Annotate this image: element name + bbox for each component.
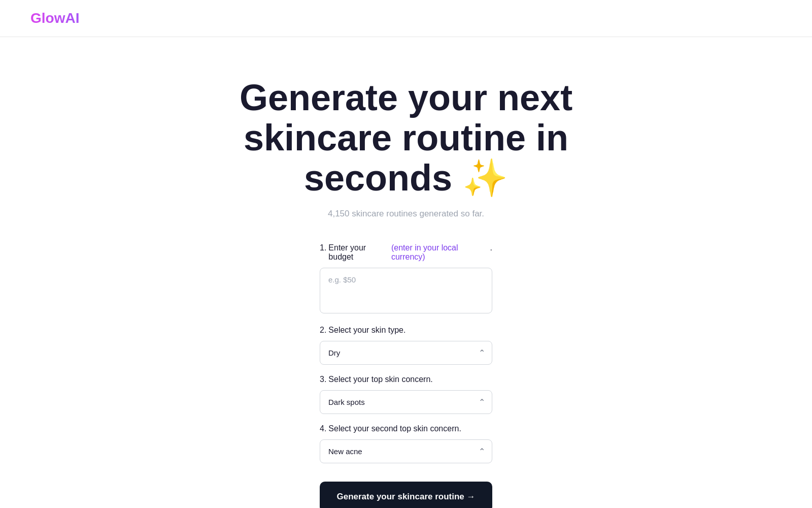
step-1-number: 1. — [320, 243, 326, 252]
step-2-number: 2. — [320, 326, 326, 335]
generate-button[interactable]: Generate your skincare routine → — [320, 482, 492, 508]
step-4-number: 4. — [320, 424, 326, 433]
step-1-text: Enter your budget — [328, 243, 389, 262]
step-3-top-concern: 3. Select your top skin concern. Dark sp… — [320, 375, 492, 414]
skin-type-select[interactable]: Dry — [320, 341, 492, 365]
step-4-second-concern: 4. Select your second top skin concern. … — [320, 424, 492, 463]
step-3-number: 3. — [320, 375, 326, 384]
top-concern-select-wrapper: Dark spots ⌃ — [320, 390, 492, 414]
skin-type-select-wrapper: Dry ⌃ — [320, 341, 492, 365]
step-4-text: Select your second top skin concern. — [328, 424, 461, 433]
hero-title: Generate your next skincare routine in s… — [228, 78, 584, 199]
step-2-skin-type: 2. Select your skin type. Dry ⌃ — [320, 326, 492, 365]
hero-subtitle: 4,150 skincare routines generated so far… — [328, 209, 484, 219]
logo: GlowAI — [30, 10, 79, 26]
second-concern-value: New acne — [328, 447, 362, 456]
top-concern-select[interactable]: Dark spots — [320, 390, 492, 414]
form-container: 1. Enter your budget (enter in your loca… — [320, 243, 492, 508]
step-2-text: Select your skin type. — [328, 326, 405, 335]
budget-input[interactable] — [320, 268, 492, 313]
top-concern-value: Dark spots — [328, 398, 365, 406]
main-content: Generate your next skincare routine in s… — [0, 37, 812, 508]
step-2-label: 2. Select your skin type. — [320, 326, 492, 335]
site-header: GlowAI — [0, 0, 812, 37]
step-3-text: Select your top skin concern. — [328, 375, 432, 384]
step-4-label: 4. Select your second top skin concern. — [320, 424, 492, 433]
second-concern-select-wrapper: New acne ⌃ — [320, 439, 492, 463]
skin-type-value: Dry — [328, 348, 340, 357]
step-1-hint: (enter in your local currency) — [391, 243, 488, 262]
second-concern-select[interactable]: New acne — [320, 439, 492, 463]
step-1-label: 1. Enter your budget (enter in your loca… — [320, 243, 492, 262]
step-3-label: 3. Select your top skin concern. — [320, 375, 492, 384]
step-1-budget: 1. Enter your budget (enter in your loca… — [320, 243, 492, 315]
